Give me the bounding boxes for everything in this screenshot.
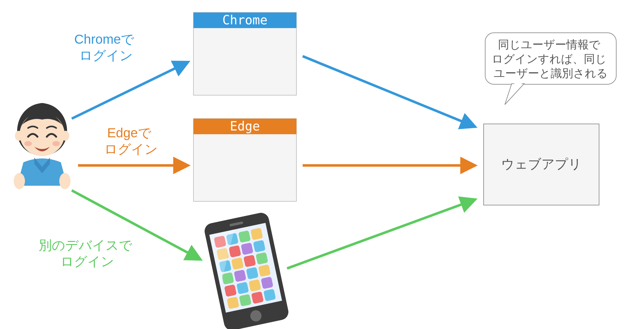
chrome-window-title: Chrome <box>222 13 268 27</box>
svg-point-3 <box>24 141 32 146</box>
svg-rect-18 <box>251 228 263 240</box>
edge-window-title: Edge <box>230 119 260 133</box>
svg-rect-32 <box>237 282 249 294</box>
svg-rect-21 <box>241 243 253 255</box>
svg-point-6 <box>59 173 71 189</box>
smartphone-icon <box>203 211 290 329</box>
svg-rect-37 <box>251 291 264 304</box>
svg-rect-34 <box>261 277 273 289</box>
svg-rect-22 <box>253 240 266 253</box>
svg-rect-29 <box>246 267 258 279</box>
svg-rect-26 <box>256 252 268 265</box>
arrow-chrome-to-webapp <box>303 56 474 126</box>
arrow-user-to-chrome <box>72 62 187 119</box>
webapp-label: ウェブアプリ <box>501 157 582 171</box>
svg-rect-28 <box>234 269 246 282</box>
speech-bubble-text: 同じユーザー情報で ログインすれば、同じ ユーザーと識別される <box>492 38 610 80</box>
chrome-window: Chrome <box>193 12 296 95</box>
edge-window: Edge <box>193 119 296 201</box>
label-device-login: 別のデバイスで ログイン <box>39 238 136 269</box>
svg-rect-25 <box>243 255 256 267</box>
svg-rect-24 <box>231 257 244 270</box>
webapp-box: ウェブアプリ <box>484 124 599 205</box>
arrow-device-to-webapp <box>287 200 474 268</box>
svg-rect-17 <box>238 230 251 243</box>
svg-rect-36 <box>239 294 251 307</box>
svg-rect-33 <box>249 279 261 292</box>
svg-point-5 <box>14 173 25 189</box>
svg-rect-20 <box>229 245 241 258</box>
svg-point-4 <box>52 141 60 146</box>
speech-bubble: 同じユーザー情報で ログインすれば、同じ ユーザーと識別される <box>485 33 616 105</box>
svg-point-2 <box>62 131 69 141</box>
svg-rect-31 <box>224 284 237 297</box>
label-edge-login: Edgeで ログイン <box>104 125 158 156</box>
svg-point-1 <box>15 131 22 141</box>
svg-rect-30 <box>258 264 271 277</box>
svg-rect-35 <box>227 297 239 309</box>
svg-rect-38 <box>263 289 276 301</box>
user-boy-icon <box>14 103 71 189</box>
svg-marker-42 <box>505 84 524 105</box>
label-chrome-login: Chromeで ログイン <box>74 32 138 63</box>
